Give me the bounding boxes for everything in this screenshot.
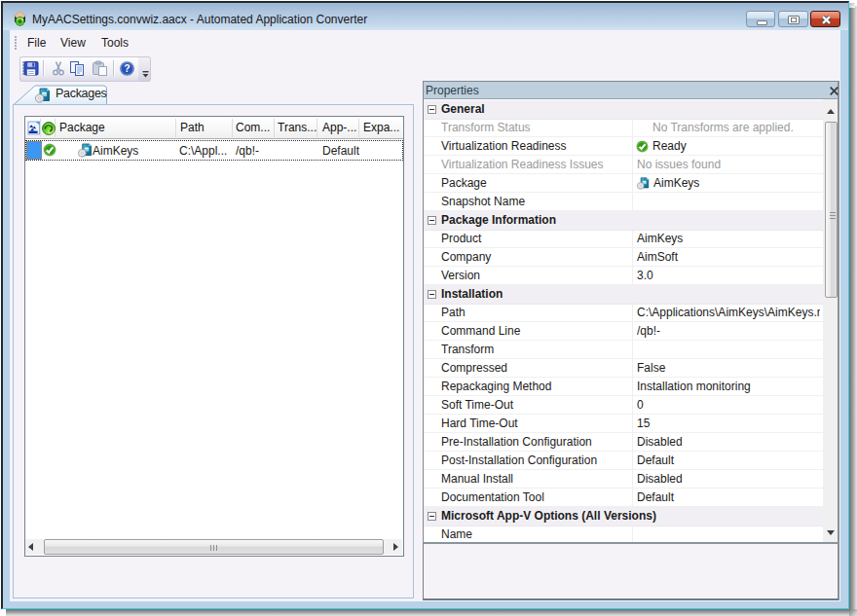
svg-text:?: ? (124, 62, 130, 74)
